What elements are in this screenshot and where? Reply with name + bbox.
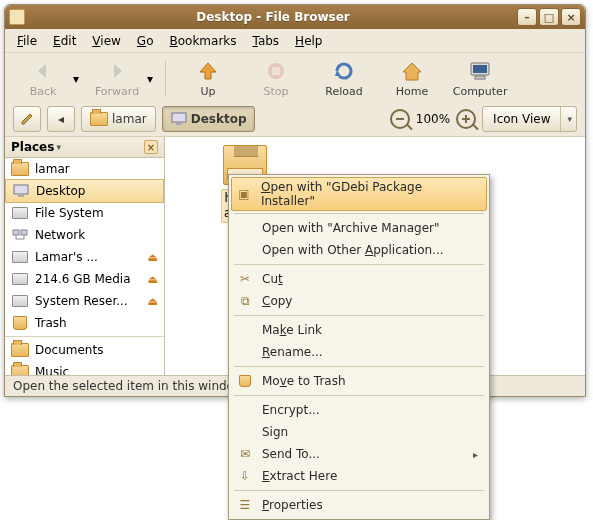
- svg-rect-9: [13, 230, 19, 235]
- menu-tabs[interactable]: Tabs: [247, 32, 286, 50]
- menu-edit[interactable]: Edit: [47, 32, 82, 50]
- zoom-out-button[interactable]: [390, 109, 410, 129]
- svg-rect-4: [475, 76, 485, 79]
- send-icon: ✉: [236, 446, 254, 462]
- trash-icon: [13, 316, 27, 330]
- sidebar-item-filesystem[interactable]: File System: [5, 202, 164, 224]
- menu-help[interactable]: Help: [289, 32, 328, 50]
- drive-icon: [12, 207, 28, 219]
- sidebar-item-system-reserved[interactable]: System Reser...⏏: [5, 290, 164, 312]
- menu-go[interactable]: Go: [131, 32, 160, 50]
- app-icon: [9, 9, 25, 25]
- network-drive-icon: [12, 251, 28, 263]
- sidebar-item-trash[interactable]: Trash: [5, 312, 164, 334]
- status-text: Open the selected item in this window: [13, 379, 244, 393]
- menu-copy[interactable]: ⧉Copy: [232, 290, 486, 312]
- up-icon: [194, 59, 222, 83]
- location-bar: ◂ lamar Desktop 100% Icon View ▾: [5, 102, 585, 137]
- chevron-down-icon: ▾: [56, 142, 61, 152]
- path-back-button[interactable]: ◂: [47, 106, 75, 132]
- menubar: File Edit View Go Bookmarks Tabs Help: [5, 29, 585, 53]
- sidebar-item-lamar[interactable]: lamar: [5, 158, 164, 180]
- view-mode-select[interactable]: Icon View ▾: [482, 106, 577, 132]
- sidebar-item-network[interactable]: Network: [5, 224, 164, 246]
- breadcrumb-lamar[interactable]: lamar: [81, 106, 156, 132]
- sidebar-item-music[interactable]: Music: [5, 361, 164, 375]
- sidebar: Places▾ × lamar Desktop File System Netw…: [5, 137, 165, 375]
- stop-button: Stop: [246, 57, 306, 100]
- pencil-icon: [20, 112, 34, 126]
- sidebar-close-button[interactable]: ×: [144, 140, 158, 154]
- svg-rect-3: [473, 65, 487, 73]
- sidebar-item-media[interactable]: 214.6 GB Media⏏: [5, 268, 164, 290]
- home-button[interactable]: Home: [382, 57, 442, 100]
- svg-rect-8: [18, 195, 24, 197]
- menu-bookmarks[interactable]: Bookmarks: [163, 32, 242, 50]
- eject-icon[interactable]: ⏏: [148, 295, 158, 308]
- eject-icon[interactable]: ⏏: [148, 251, 158, 264]
- properties-icon: ☰: [236, 497, 254, 513]
- reload-button[interactable]: Reload: [314, 57, 374, 100]
- trash-icon: [236, 373, 254, 389]
- sidebar-item-lamars-share[interactable]: Lamar's ...⏏: [5, 246, 164, 268]
- menu-encrypt[interactable]: Encrypt...: [232, 399, 486, 421]
- view-mode-label: Icon View: [493, 112, 550, 126]
- back-icon: [29, 59, 57, 83]
- eject-icon[interactable]: ⏏: [148, 273, 158, 286]
- menu-open-with-gdebi[interactable]: ▣ Open with "GDebi Package Installer": [231, 177, 487, 211]
- main-toolbar: Back ▾ Forward ▾ Up Stop Reload Home: [5, 53, 585, 102]
- edit-path-button[interactable]: [13, 106, 41, 132]
- forward-button: Forward: [87, 57, 147, 100]
- zoom-level: 100%: [416, 112, 450, 126]
- scissors-icon: ✂: [236, 271, 254, 287]
- svg-rect-6: [176, 123, 182, 125]
- menu-make-link[interactable]: Make Link: [232, 319, 486, 341]
- breadcrumb-desktop[interactable]: Desktop: [162, 106, 256, 132]
- sidebar-item-documents[interactable]: Documents: [5, 339, 164, 361]
- sidebar-separator: [5, 336, 164, 337]
- back-button: Back: [13, 57, 73, 100]
- sidebar-header[interactable]: Places▾ ×: [5, 137, 164, 158]
- minimize-button[interactable]: –: [517, 8, 537, 26]
- places-list: lamar Desktop File System Network Lamar'…: [5, 158, 164, 375]
- back-dropdown: ▾: [73, 72, 79, 86]
- menu-move-to-trash[interactable]: Move to Trash: [232, 370, 486, 392]
- copy-icon: ⧉: [236, 293, 254, 309]
- menu-send-to[interactable]: ✉Send To...▸: [232, 443, 486, 465]
- menu-file[interactable]: File: [11, 32, 43, 50]
- menu-open-with-other[interactable]: Open with Other Application...: [232, 239, 486, 261]
- menu-extract-here[interactable]: ⇩Extract Here: [232, 465, 486, 487]
- menu-cut[interactable]: ✂Cut: [232, 268, 486, 290]
- home-icon: [398, 59, 426, 83]
- close-button[interactable]: ×: [561, 8, 581, 26]
- context-menu: ▣ Open with "GDebi Package Installer" Op…: [228, 174, 490, 520]
- folder-icon: [11, 365, 29, 375]
- reload-icon: [330, 59, 358, 83]
- desktop-icon: [171, 112, 187, 126]
- zoom-in-button[interactable]: [456, 109, 476, 129]
- menu-open-with-archive[interactable]: Open with "Archive Manager": [232, 217, 486, 239]
- svg-rect-5: [172, 113, 186, 122]
- folder-icon: [11, 343, 29, 357]
- chevron-right-icon: ▸: [473, 449, 478, 460]
- menu-sign[interactable]: Sign: [232, 421, 486, 443]
- computer-icon: [466, 59, 494, 83]
- up-button[interactable]: Up: [178, 57, 238, 100]
- svg-rect-1: [272, 67, 280, 75]
- drive-icon: [12, 295, 28, 307]
- menu-properties[interactable]: ☰Properties: [232, 494, 486, 516]
- window-title: Desktop - File Browser: [31, 10, 515, 24]
- titlebar[interactable]: Desktop - File Browser – □ ×: [5, 5, 585, 29]
- sidebar-item-desktop[interactable]: Desktop: [5, 179, 164, 203]
- zoom-controls: 100%: [390, 109, 476, 129]
- menu-view[interactable]: View: [86, 32, 126, 50]
- menu-rename[interactable]: Rename...: [232, 341, 486, 363]
- toolbar-separator: [165, 61, 166, 97]
- chevron-left-icon: ◂: [58, 112, 64, 126]
- svg-rect-10: [21, 230, 27, 235]
- maximize-button[interactable]: □: [539, 8, 559, 26]
- extract-icon: ⇩: [236, 468, 254, 484]
- package-icon: ▣: [235, 186, 253, 202]
- forward-dropdown: ▾: [147, 72, 153, 86]
- computer-button[interactable]: Computer: [450, 57, 510, 100]
